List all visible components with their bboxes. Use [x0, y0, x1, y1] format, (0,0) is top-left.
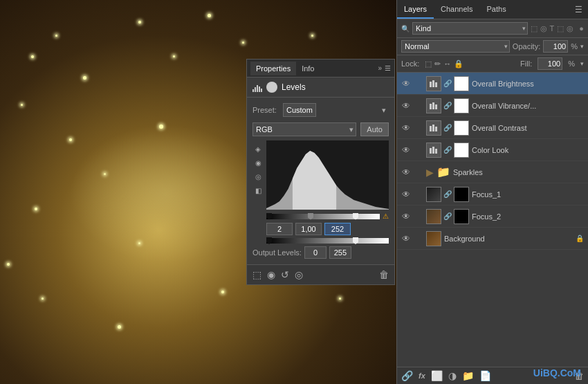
- sparkle: [221, 291, 224, 293]
- tab-layers[interactable]: Layers: [397, 1, 434, 19]
- svg-rect-5: [430, 104, 432, 109]
- footer-visibility-btn[interactable]: ◉: [267, 269, 275, 280]
- panel-expand-icon[interactable]: »: [378, 64, 382, 72]
- input-slider-track[interactable]: [266, 214, 380, 219]
- layer-mask-2: [454, 120, 469, 136]
- output-white-input[interactable]: 255: [329, 246, 351, 259]
- mid-value-input[interactable]: 1,00: [295, 223, 322, 235]
- lock-move-icon[interactable]: ↔: [443, 60, 451, 68]
- book-flower: [69, 125, 263, 263]
- panel-menu-icon[interactable]: ☰: [385, 64, 391, 72]
- filter-pixel-icon[interactable]: ⬚: [531, 24, 538, 33]
- kind-select-wrapper: Kind: [412, 22, 528, 35]
- layer-thumb-7: [426, 231, 441, 246]
- layer-name-1: Overall Vibrance/...: [472, 102, 584, 110]
- footer-delete-btn[interactable]: 🗑: [379, 269, 389, 280]
- layer-chain-3: 🔗: [444, 146, 451, 154]
- layer-chain-6: 🔗: [444, 212, 451, 220]
- mid-point-thumb[interactable]: [308, 213, 313, 220]
- layer-item-overall-contrast[interactable]: 👁 🔗 Overall Contrast: [397, 117, 588, 139]
- preset-select[interactable]: Custom: [283, 103, 316, 117]
- layer-thumb-5: [426, 187, 441, 202]
- lock-checkerboard-icon[interactable]: ⬚: [425, 60, 432, 68]
- blend-select[interactable]: Normal: [401, 40, 510, 53]
- footer-new-layer-btn[interactable]: 📄: [479, 370, 491, 381]
- footer-add-mask-btn[interactable]: ⬚: [252, 269, 261, 280]
- filter-smart-icon[interactable]: ◎: [567, 24, 573, 33]
- footer-fx-btn[interactable]: fx: [419, 372, 425, 380]
- fill-label: Fill:: [520, 60, 532, 68]
- layer-item-background[interactable]: 👁 Background 🔒: [397, 228, 588, 250]
- footer-clip-btn[interactable]: ◎: [295, 269, 303, 280]
- layer-item-color-look[interactable]: 👁 🔗 Color Look: [397, 139, 588, 161]
- tab-channels[interactable]: Channels: [434, 1, 479, 19]
- white-value-input[interactable]: 252: [324, 223, 351, 235]
- tab-info[interactable]: Info: [296, 62, 320, 75]
- folder-icon-2: 📁: [437, 165, 450, 179]
- layer-item-focus1[interactable]: 👁 🔗 Focus_1: [397, 183, 588, 205]
- output-white-thumb[interactable]: [353, 237, 358, 244]
- output-black-thumb[interactable]: [266, 237, 272, 244]
- footer-mask-btn[interactable]: ⬜: [431, 370, 443, 381]
- filter-toggle[interactable]: ●: [579, 24, 584, 33]
- tool-sample[interactable]: ◧: [252, 185, 264, 196]
- layer-item-overall-brightness[interactable]: 👁 🔗 Overall Brightness: [397, 73, 588, 95]
- black-point-thumb[interactable]: [266, 213, 272, 220]
- layer-chain-0: 🔗: [444, 80, 451, 87]
- input-slider-row: ⚠: [266, 212, 389, 220]
- layer-name-6: Focus_2: [472, 212, 584, 221]
- svg-rect-6: [432, 102, 434, 109]
- layer-eye-5[interactable]: 👁: [401, 190, 411, 199]
- sparkle: [55, 35, 57, 37]
- layer-eye-0[interactable]: 👁: [401, 79, 411, 89]
- tool-eyedropper-black[interactable]: ◈: [252, 143, 264, 154]
- svg-rect-3: [432, 80, 434, 87]
- auto-button[interactable]: Auto: [360, 122, 389, 136]
- filter-adjust-icon[interactable]: ◎: [540, 24, 547, 33]
- layer-item-overall-vibrance[interactable]: 👁 🔗 Overall Vibrance/...: [397, 95, 588, 117]
- fill-input[interactable]: 100: [538, 57, 562, 70]
- layer-chain-2: 🔗: [444, 124, 451, 131]
- output-black-input[interactable]: 0: [304, 246, 327, 259]
- opacity-input[interactable]: 100: [543, 40, 568, 53]
- search-icon: 🔍: [401, 25, 410, 33]
- layer-eye-3[interactable]: 👁: [401, 145, 411, 155]
- levels-icon: [252, 82, 262, 92]
- panel-header: Levels: [247, 77, 394, 98]
- tab-properties[interactable]: Properties: [250, 62, 296, 75]
- adjustment-circle-icon: [266, 82, 277, 93]
- tool-eyedropper-white[interactable]: ◎: [252, 171, 264, 182]
- black-value-input[interactable]: 2: [266, 223, 293, 235]
- background-lock-icon: 🔒: [576, 235, 584, 242]
- footer-folder-btn[interactable]: 📁: [462, 370, 474, 381]
- svg-rect-4: [435, 82, 437, 87]
- channel-select[interactable]: RGB: [252, 122, 356, 136]
- output-slider-area: [252, 238, 389, 244]
- layer-eye-1[interactable]: 👁: [401, 101, 411, 111]
- white-point-thumb[interactable]: [353, 213, 358, 220]
- tab-paths[interactable]: Paths: [480, 1, 513, 19]
- lock-paint-icon[interactable]: ✏: [434, 60, 441, 68]
- histogram-area: ◈ ◉ ◎ ◧: [252, 140, 389, 210]
- layer-item-sparkles[interactable]: 👁 ▶ 📁 Sparkles: [397, 161, 588, 183]
- layer-eye-2[interactable]: 👁: [401, 123, 411, 133]
- channel-row: RGB Auto: [252, 122, 389, 136]
- tool-eyedropper-gray[interactable]: ◉: [252, 157, 264, 168]
- footer-adjustment-btn[interactable]: ◑: [448, 370, 457, 381]
- layer-eye-7[interactable]: 👁: [401, 234, 411, 244]
- layer-eye-6[interactable]: 👁: [401, 212, 411, 221]
- filter-shape-icon[interactable]: ⬚: [557, 24, 564, 33]
- layer-eye-4[interactable]: 👁: [401, 167, 411, 177]
- lock-all-icon[interactable]: 🔒: [454, 60, 463, 68]
- layers-menu-btn[interactable]: ☰: [569, 2, 588, 17]
- footer-reset-btn[interactable]: ↺: [281, 269, 289, 280]
- layer-item-focus2[interactable]: 👁 🔗 Focus_2: [397, 205, 588, 228]
- footer-link-btn[interactable]: 🔗: [401, 370, 413, 381]
- output-slider-track[interactable]: [266, 238, 389, 244]
- svg-rect-13: [435, 149, 437, 154]
- layer-thumb-0: [426, 76, 441, 91]
- opacity-chevron: ▾: [580, 43, 584, 50]
- kind-select[interactable]: Kind: [412, 22, 528, 35]
- layers-panel-header: Layers Channels Paths ☰: [397, 0, 588, 19]
- filter-text-icon[interactable]: T: [550, 24, 555, 33]
